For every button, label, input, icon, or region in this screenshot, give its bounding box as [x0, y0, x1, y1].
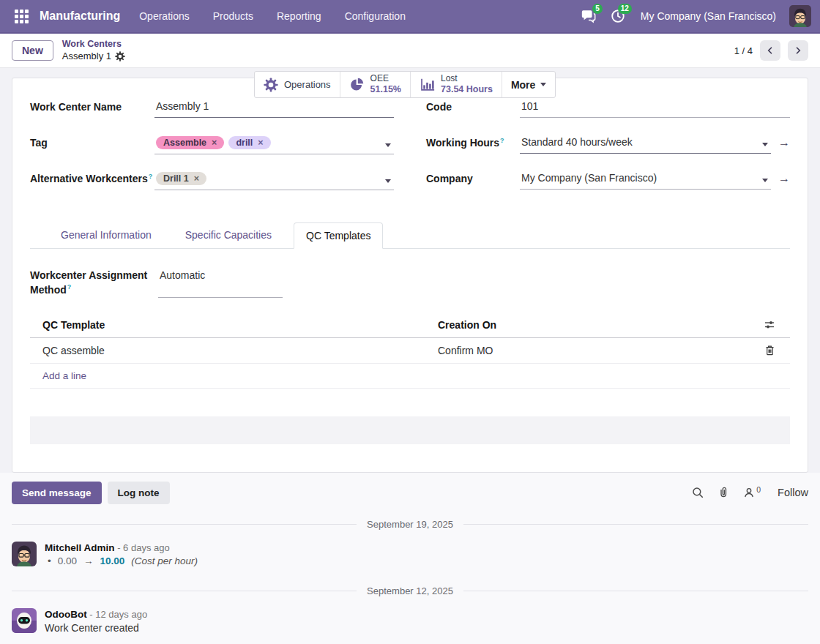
optional-columns-sliders-icon[interactable]: [764, 319, 775, 331]
followers-icon[interactable]: 0: [742, 486, 761, 499]
stat-oee-button[interactable]: OEE 51.15%: [340, 72, 410, 97]
user-avatar[interactable]: [789, 5, 811, 27]
form-right-column: Code 101 Working Hours? Standard 40 hour…: [426, 97, 790, 205]
stat-lost-value: 73.54 Hours: [441, 84, 493, 94]
new-button[interactable]: New: [12, 40, 53, 61]
cell-creation-on[interactable]: Confirm MO: [425, 338, 749, 363]
date-separator: September 12, 2025: [12, 585, 808, 596]
add-a-line-link[interactable]: Add a line: [30, 364, 425, 388]
tag-assemble[interactable]: Assemble ×: [156, 136, 224, 149]
pager-previous-button[interactable]: [760, 40, 780, 61]
alternative-workcenters-input[interactable]: Drill 1 ×: [154, 169, 394, 190]
gear-icon: [264, 78, 278, 92]
company-switcher[interactable]: My Company (San Francisco): [641, 10, 776, 22]
attachment-paperclip-icon[interactable]: [717, 486, 730, 499]
remove-tag-icon[interactable]: ×: [212, 138, 217, 148]
field-tag: Tag Assemble × drill ×: [30, 133, 394, 158]
internal-link-arrow-icon[interactable]: →: [778, 136, 790, 149]
chatter: Send message Log note 0 Follow: [0, 473, 820, 644]
main-menu: Operations Products Reporting Configurat…: [130, 6, 414, 26]
remove-tag-icon[interactable]: ×: [258, 138, 263, 148]
stat-oee-label: OEE: [370, 74, 401, 84]
more-dropdown-button[interactable]: More: [502, 72, 555, 97]
empty-row: [30, 416, 790, 444]
stat-operations-button[interactable]: Operations: [255, 72, 340, 97]
follow-button[interactable]: Follow: [778, 487, 808, 498]
field-assignment-method: Workcenter Assignment Method? Automatic: [30, 268, 790, 298]
dropdown-caret-icon[interactable]: [385, 179, 391, 183]
column-header-creation-on[interactable]: Creation On: [425, 312, 749, 337]
stat-operations-label: Operations: [284, 79, 331, 90]
empty-row: [30, 444, 790, 472]
messages-badge: 5: [592, 4, 603, 14]
breadcrumb-current: Assembly 1: [62, 50, 111, 62]
avatar: [12, 542, 37, 566]
assignment-method-select[interactable]: Automatic: [158, 268, 283, 298]
work-center-name-input[interactable]: Assembly 1: [154, 97, 394, 118]
delete-row-trash-icon[interactable]: [764, 345, 775, 356]
dropdown-caret-icon[interactable]: [762, 179, 768, 182]
help-icon: ?: [500, 137, 504, 144]
bullet-icon: •: [48, 555, 51, 566]
cell-qc-template[interactable]: QC assemble: [30, 338, 425, 363]
internal-link-arrow-icon[interactable]: →: [778, 172, 790, 185]
work-center-name-label: Work Center Name: [30, 97, 154, 114]
dropdown-caret-icon[interactable]: [762, 143, 768, 146]
assignment-method-label: Workcenter Assignment Method?: [30, 268, 158, 298]
apps-grid-icon[interactable]: [9, 4, 34, 29]
pager-next-button[interactable]: [788, 40, 808, 61]
work-center-form-sheet: Work Center Name Assembly 1 Tag Assemble…: [12, 78, 808, 473]
field-work-center-name: Work Center Name Assembly 1: [30, 97, 394, 122]
menu-products[interactable]: Products: [204, 6, 262, 26]
message-author: Mitchell Admin: [45, 542, 115, 553]
breadcrumb-work-centers[interactable]: Work Centers: [62, 39, 125, 50]
chatter-toolbar: Send message Log note 0 Follow: [0, 482, 820, 504]
form-left-column: Work Center Name Assembly 1 Tag Assemble…: [30, 97, 394, 205]
tab-general-information[interactable]: General Information: [49, 222, 163, 248]
stat-button-group: Operations OEE 51.15%: [254, 71, 556, 98]
notebook-tabs: General Information Specific Capacities …: [30, 222, 790, 249]
tracking-old-value: 0.00: [58, 555, 77, 566]
list-header-row: QC Template Creation On: [30, 312, 790, 338]
working-hours-select[interactable]: Standard 40 hours/week: [520, 133, 771, 154]
message-tracking: Mitchell Admin - 6 days ago • 0.00 → 10.…: [0, 537, 820, 571]
log-note-button[interactable]: Log note: [108, 482, 170, 504]
top-navbar: Manufacturing Operations Products Report…: [0, 0, 820, 34]
column-header-qc-template[interactable]: QC Template: [30, 312, 425, 337]
tag-drill-1[interactable]: Drill 1 ×: [156, 172, 206, 185]
control-panel: New Work Centers Assembly 1: [0, 34, 820, 68]
working-hours-label: Working Hours?: [426, 133, 520, 150]
code-input[interactable]: 101: [520, 97, 790, 118]
messages-icon[interactable]: 5: [579, 7, 598, 26]
tab-specific-capacities[interactable]: Specific Capacities: [174, 222, 283, 248]
tag-input[interactable]: Assemble × drill ×: [154, 133, 394, 154]
company-select[interactable]: My Company (San Francisco): [520, 169, 771, 190]
record-settings-gear-icon[interactable]: [115, 51, 125, 61]
stat-lost-button[interactable]: Lost 73.54 Hours: [410, 72, 502, 97]
send-message-button[interactable]: Send message: [12, 482, 102, 504]
code-label: Code: [426, 97, 520, 114]
date-separator-text: September 19, 2025: [367, 519, 453, 530]
tracking-field-name: (Cost per hour): [131, 555, 198, 566]
field-alternative-workcenters: Alternative Workcenters? Drill 1 ×: [30, 169, 394, 194]
menu-configuration[interactable]: Configuration: [336, 6, 414, 26]
tag-label: Tag: [30, 133, 154, 150]
message-note: OdooBot - 12 days ago Work Center create…: [0, 604, 820, 638]
dropdown-caret-icon[interactable]: [385, 143, 391, 147]
message-time: - 12 days ago: [89, 609, 147, 620]
search-messages-icon[interactable]: [691, 486, 704, 499]
tag-drill[interactable]: drill ×: [228, 136, 270, 149]
alternative-workcenters-label: Alternative Workcenters?: [30, 169, 154, 186]
more-label: More: [511, 79, 535, 91]
date-separator: September 19, 2025: [12, 519, 808, 530]
table-row[interactable]: QC assemble Confirm MO: [30, 338, 790, 364]
navbar-systray: 5 12 My Company (San Francisco): [579, 5, 811, 27]
menu-operations[interactable]: Operations: [130, 6, 198, 26]
date-separator-text: September 12, 2025: [367, 585, 453, 596]
remove-tag-icon[interactable]: ×: [194, 173, 199, 184]
tab-qc-templates[interactable]: QC Templates: [294, 222, 383, 249]
menu-reporting[interactable]: Reporting: [268, 6, 330, 26]
activities-clock-icon[interactable]: 12: [608, 7, 627, 26]
field-code: Code 101: [426, 97, 790, 122]
app-name[interactable]: Manufacturing: [40, 10, 120, 23]
